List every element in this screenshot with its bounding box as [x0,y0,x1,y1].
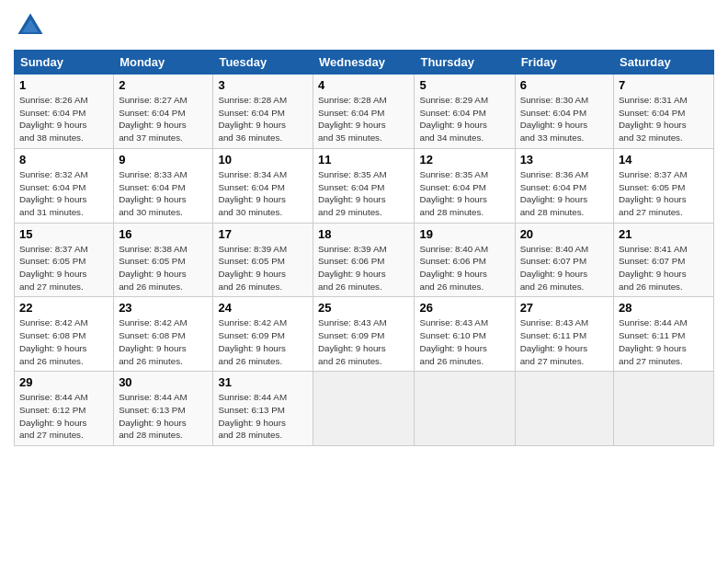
calendar-cell: 29Sunrise: 8:44 AM Sunset: 6:12 PM Dayli… [15,372,114,446]
day-number: 7 [619,78,709,92]
calendar-cell: 28Sunrise: 8:44 AM Sunset: 6:11 PM Dayli… [614,297,714,372]
day-info: Sunrise: 8:42 AM Sunset: 6:08 PM Dayligh… [119,316,208,367]
day-number: 13 [520,153,609,167]
day-info: Sunrise: 8:34 AM Sunset: 6:04 PM Dayligh… [218,168,308,219]
calendar-cell: 11Sunrise: 8:35 AM Sunset: 6:04 PM Dayli… [313,148,415,223]
day-number: 30 [119,375,208,389]
day-info: Sunrise: 8:44 AM Sunset: 6:12 PM Dayligh… [19,391,108,442]
day-info: Sunrise: 8:42 AM Sunset: 6:09 PM Dayligh… [218,316,308,367]
logo [14,9,51,42]
logo-icon [14,9,47,42]
calendar-cell: 10Sunrise: 8:34 AM Sunset: 6:04 PM Dayli… [213,148,313,223]
week-row-1: 1Sunrise: 8:26 AM Sunset: 6:04 PM Daylig… [15,75,714,149]
calendar-cell [313,372,415,446]
day-info: Sunrise: 8:35 AM Sunset: 6:04 PM Dayligh… [318,168,409,219]
day-number: 27 [520,301,609,315]
day-number: 19 [419,227,509,241]
day-number: 1 [19,78,108,92]
calendar-cell: 8Sunrise: 8:32 AM Sunset: 6:04 PM Daylig… [15,148,114,223]
calendar-cell: 4Sunrise: 8:28 AM Sunset: 6:04 PM Daylig… [313,75,415,149]
day-info: Sunrise: 8:38 AM Sunset: 6:05 PM Dayligh… [119,243,208,293]
calendar-cell: 25Sunrise: 8:43 AM Sunset: 6:09 PM Dayli… [313,297,415,372]
day-info: Sunrise: 8:33 AM Sunset: 6:04 PM Dayligh… [119,168,208,219]
day-info: Sunrise: 8:31 AM Sunset: 6:04 PM Dayligh… [619,94,709,144]
day-info: Sunrise: 8:44 AM Sunset: 6:13 PM Dayligh… [218,391,308,442]
calendar-cell: 1Sunrise: 8:26 AM Sunset: 6:04 PM Daylig… [15,75,114,149]
calendar-cell: 22Sunrise: 8:42 AM Sunset: 6:08 PM Dayli… [15,297,114,372]
day-info: Sunrise: 8:28 AM Sunset: 6:04 PM Dayligh… [218,94,308,144]
day-number: 23 [119,301,208,315]
calendar-cell: 2Sunrise: 8:27 AM Sunset: 6:04 PM Daylig… [114,75,213,149]
day-number: 20 [520,227,609,241]
calendar-cell: 13Sunrise: 8:36 AM Sunset: 6:04 PM Dayli… [515,148,613,223]
day-number: 18 [318,227,409,241]
day-number: 11 [318,153,409,167]
day-number: 14 [619,153,709,167]
day-number: 31 [218,375,308,389]
day-info: Sunrise: 8:43 AM Sunset: 6:09 PM Dayligh… [318,316,409,367]
day-info: Sunrise: 8:27 AM Sunset: 6:04 PM Dayligh… [119,94,208,144]
day-number: 2 [119,78,208,92]
calendar-table: SundayMondayTuesdayWednesdayThursdayFrid… [14,50,714,446]
weekday-header-row: SundayMondayTuesdayWednesdayThursdayFrid… [15,51,714,75]
day-number: 5 [419,78,509,92]
day-info: Sunrise: 8:37 AM Sunset: 6:05 PM Dayligh… [19,243,108,293]
calendar-cell: 15Sunrise: 8:37 AM Sunset: 6:05 PM Dayli… [15,223,114,297]
calendar-cell: 23Sunrise: 8:42 AM Sunset: 6:08 PM Dayli… [114,297,213,372]
calendar-cell: 20Sunrise: 8:40 AM Sunset: 6:07 PM Dayli… [515,223,613,297]
day-number: 4 [318,78,409,92]
day-number: 3 [218,78,308,92]
weekday-header-saturday: Saturday [614,51,714,75]
day-number: 6 [520,78,609,92]
calendar-cell: 3Sunrise: 8:28 AM Sunset: 6:04 PM Daylig… [213,75,313,149]
calendar-cell [415,372,515,446]
day-number: 8 [19,153,108,167]
week-row-3: 15Sunrise: 8:37 AM Sunset: 6:05 PM Dayli… [15,223,714,297]
day-number: 12 [419,153,509,167]
day-info: Sunrise: 8:41 AM Sunset: 6:07 PM Dayligh… [619,243,709,293]
calendar-cell: 16Sunrise: 8:38 AM Sunset: 6:05 PM Dayli… [114,223,213,297]
day-info: Sunrise: 8:44 AM Sunset: 6:13 PM Dayligh… [119,391,208,442]
calendar-cell: 31Sunrise: 8:44 AM Sunset: 6:13 PM Dayli… [213,372,313,446]
day-info: Sunrise: 8:36 AM Sunset: 6:04 PM Dayligh… [520,168,609,219]
calendar-cell: 7Sunrise: 8:31 AM Sunset: 6:04 PM Daylig… [614,75,714,149]
day-number: 29 [19,375,108,389]
calendar-cell: 26Sunrise: 8:43 AM Sunset: 6:10 PM Dayli… [415,297,515,372]
day-number: 22 [19,301,108,315]
calendar-cell [614,372,714,446]
day-info: Sunrise: 8:35 AM Sunset: 6:04 PM Dayligh… [419,168,509,219]
day-info: Sunrise: 8:40 AM Sunset: 6:07 PM Dayligh… [520,243,609,293]
calendar-cell: 27Sunrise: 8:43 AM Sunset: 6:11 PM Dayli… [515,297,613,372]
calendar-cell: 12Sunrise: 8:35 AM Sunset: 6:04 PM Dayli… [415,148,515,223]
calendar-cell: 14Sunrise: 8:37 AM Sunset: 6:05 PM Dayli… [614,148,714,223]
day-info: Sunrise: 8:43 AM Sunset: 6:10 PM Dayligh… [419,316,509,367]
day-number: 26 [419,301,509,315]
day-info: Sunrise: 8:32 AM Sunset: 6:04 PM Dayligh… [19,168,108,219]
page-container: SundayMondayTuesdayWednesdayThursdayFrid… [0,0,728,455]
calendar-cell: 17Sunrise: 8:39 AM Sunset: 6:05 PM Dayli… [213,223,313,297]
day-number: 9 [119,153,208,167]
weekday-header-friday: Friday [515,51,613,75]
day-info: Sunrise: 8:28 AM Sunset: 6:04 PM Dayligh… [318,94,409,144]
calendar-cell: 6Sunrise: 8:30 AM Sunset: 6:04 PM Daylig… [515,75,613,149]
day-info: Sunrise: 8:44 AM Sunset: 6:11 PM Dayligh… [619,316,709,367]
day-info: Sunrise: 8:39 AM Sunset: 6:05 PM Dayligh… [218,243,308,293]
calendar-cell: 21Sunrise: 8:41 AM Sunset: 6:07 PM Dayli… [614,223,714,297]
day-info: Sunrise: 8:42 AM Sunset: 6:08 PM Dayligh… [19,316,108,367]
weekday-header-tuesday: Tuesday [213,51,313,75]
day-info: Sunrise: 8:43 AM Sunset: 6:11 PM Dayligh… [520,316,609,367]
weekday-header-wednesday: Wednesday [313,51,415,75]
header [14,9,714,42]
day-number: 24 [218,301,308,315]
day-number: 28 [619,301,709,315]
calendar-cell [515,372,613,446]
day-number: 16 [119,227,208,241]
calendar-cell: 19Sunrise: 8:40 AM Sunset: 6:06 PM Dayli… [415,223,515,297]
calendar-cell: 18Sunrise: 8:39 AM Sunset: 6:06 PM Dayli… [313,223,415,297]
week-row-5: 29Sunrise: 8:44 AM Sunset: 6:12 PM Dayli… [15,372,714,446]
day-info: Sunrise: 8:37 AM Sunset: 6:05 PM Dayligh… [619,168,709,219]
day-number: 15 [19,227,108,241]
calendar-cell: 30Sunrise: 8:44 AM Sunset: 6:13 PM Dayli… [114,372,213,446]
weekday-header-monday: Monday [114,51,213,75]
day-info: Sunrise: 8:29 AM Sunset: 6:04 PM Dayligh… [419,94,509,144]
